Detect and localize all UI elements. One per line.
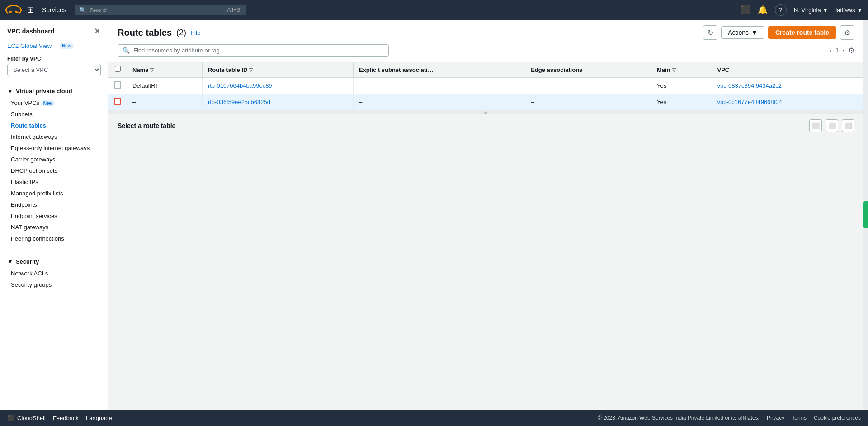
table-row[interactable]: DefaultRT rtb-0107064b4ba99ec89 – – Yes …: [108, 77, 863, 94]
vpc-section-header[interactable]: ▼ Virtual private cloud: [0, 85, 108, 97]
sidebar-item-carrier-gateways[interactable]: Carrier gateways: [0, 154, 108, 165]
services-menu[interactable]: Services: [39, 6, 69, 14]
vpc-section: ▼ Virtual private cloud Your VPCs New Su…: [0, 81, 108, 248]
row1-name: DefaultRT: [127, 77, 203, 94]
panel-view-button-3[interactable]: ⬜: [842, 119, 854, 132]
sidebar-item-your-vpcs[interactable]: Your VPCs New: [0, 97, 108, 109]
header-explicit-subnet: Explicit subnet associati…: [353, 62, 525, 77]
sidebar-item-subnets[interactable]: Subnets: [0, 109, 108, 120]
top-panel: Route tables (2) Info ↻ Actions ▼ Create…: [108, 20, 863, 62]
region-selector[interactable]: N. Virginia ▼: [794, 7, 828, 14]
header-vpc: VPC: [712, 62, 863, 77]
global-search[interactable]: 🔍 [Alt+S]: [75, 5, 246, 15]
sidebar-item-nat-gateways[interactable]: NAT gateways: [0, 222, 108, 233]
panel-resize-handle[interactable]: ≡: [108, 110, 863, 114]
language-button[interactable]: Language: [86, 415, 112, 421]
sidebar-item-security-groups[interactable]: Security groups: [0, 279, 108, 290]
sidebar-item-peering[interactable]: Peering connections: [0, 233, 108, 244]
refresh-button[interactable]: ↻: [703, 25, 717, 40]
column-settings-button[interactable]: ⚙: [848, 46, 854, 55]
cloudshell-button[interactable]: ⬛ CloudShell: [7, 415, 46, 421]
resource-search-wrapper[interactable]: 🔍: [118, 44, 389, 57]
row2-explicit-subnet: –: [353, 94, 525, 110]
row1-id[interactable]: rtb-0107064b4ba99ec89: [202, 77, 353, 94]
header-edge-associations: Edge associations: [525, 62, 651, 77]
pagination-next-button[interactable]: ›: [840, 46, 846, 55]
pagination-row: ‹ 1 › ⚙: [828, 46, 854, 55]
row1-vpc[interactable]: vpc-0837c394f9434a2c2: [712, 77, 863, 94]
filter-vpc-select[interactable]: Select a VPC: [7, 64, 101, 76]
cookie-preferences-link[interactable]: Cookie preferences: [814, 415, 861, 421]
actions-button[interactable]: Actions ▼: [721, 26, 764, 39]
table-header-row: Name ▽ Route table ID ▽ Explicit subnet …: [108, 62, 863, 77]
row1-checkbox[interactable]: [114, 81, 121, 89]
row2-checkbox[interactable]: [114, 98, 121, 105]
ec2-global-view-link[interactable]: EC2 Global View ↗ New: [0, 41, 108, 53]
select-all-checkbox[interactable]: [115, 66, 121, 72]
cloudshell-icon[interactable]: ⬛: [741, 5, 750, 15]
page-title-row: Route tables (2) Info: [118, 28, 201, 38]
sidebar-item-elastic-ips[interactable]: Elastic IPs: [0, 176, 108, 188]
settings-icon-button[interactable]: ⚙: [840, 25, 854, 40]
row2-id[interactable]: rtb-036f59ee25cb6825d: [202, 94, 353, 110]
sidebar-item-egress-only[interactable]: Egress-only internet gateways: [0, 142, 108, 154]
header-search-row: 🔍 ‹ 1 › ⚙: [118, 44, 854, 57]
sidebar-title: VPC dashboard: [7, 28, 54, 35]
sidebar-item-endpoints[interactable]: Endpoints: [0, 199, 108, 210]
bottom-panel-title: Select a route table: [118, 122, 175, 129]
row1-explicit-subnet: –: [353, 77, 525, 94]
row2-main: Yes: [651, 94, 712, 110]
resource-search-input[interactable]: [133, 47, 384, 54]
copyright-text: © 2023, Amazon Web Services India Privat…: [598, 415, 760, 421]
header-select-all[interactable]: [108, 62, 127, 77]
sidebar-close-button[interactable]: ✕: [94, 26, 101, 36]
sidebar-item-endpoint-services[interactable]: Endpoint services: [0, 210, 108, 222]
right-scrollbar: [863, 20, 868, 410]
terms-link[interactable]: Terms: [792, 415, 807, 421]
bottom-panel: Select a route table ⬜ ⬜ ⬜: [108, 114, 863, 410]
panel-view-button-1[interactable]: ⬜: [809, 119, 822, 132]
privacy-link[interactable]: Privacy: [767, 415, 784, 421]
feedback-button[interactable]: Feedback: [53, 415, 79, 421]
route-tables-table-container: Name ▽ Route table ID ▽ Explicit subnet …: [108, 62, 863, 110]
ec2-global-new-badge: New: [60, 43, 74, 49]
vpc-section-label: Virtual private cloud: [16, 88, 72, 95]
footer-links: © 2023, Amazon Web Services India Privat…: [598, 415, 861, 421]
sidebar-item-dhcp[interactable]: DHCP option sets: [0, 165, 108, 176]
row2-name: –: [127, 94, 203, 110]
feedback-tab[interactable]: [863, 201, 868, 228]
header-main[interactable]: Main ▽: [651, 62, 712, 77]
security-section-header[interactable]: ▼ Security: [0, 256, 108, 268]
sidebar-item-managed-prefix[interactable]: Managed prefix lists: [0, 188, 108, 199]
table-row[interactable]: – rtb-036f59ee25cb6825d – – Yes vpc-0c16…: [108, 94, 863, 110]
security-section-label: Security: [16, 258, 39, 265]
bottom-bar: ⬛ CloudShell Feedback Language © 2023, A…: [0, 410, 868, 426]
row1-checkbox-cell[interactable]: [108, 77, 127, 94]
row2-vpc[interactable]: vpc-0c1677e4849668f04: [712, 94, 863, 110]
aws-logo[interactable]: [5, 2, 22, 18]
pagination-prev-button[interactable]: ‹: [828, 46, 834, 55]
row1-main: Yes: [651, 77, 712, 94]
sidebar-item-network-acls[interactable]: Network ACLs: [0, 268, 108, 279]
row1-edge-associations: –: [525, 77, 651, 94]
user-menu[interactable]: latifaws ▼: [835, 7, 863, 14]
route-tables-count: (2): [176, 28, 186, 38]
sidebar-item-route-tables[interactable]: Route tables: [0, 120, 108, 131]
header-name[interactable]: Name ▽: [127, 62, 203, 77]
top-navigation: ⊞ Services 🔍 [Alt+S] ⬛ 🔔 ? N. Virginia ▼…: [0, 0, 868, 20]
actions-arrow-icon: ▼: [751, 29, 758, 36]
panel-view-icons: ⬜ ⬜ ⬜: [809, 119, 854, 132]
pagination-current: 1: [835, 47, 839, 54]
notifications-icon[interactable]: 🔔: [758, 5, 768, 15]
panel-view-button-2[interactable]: ⬜: [826, 119, 838, 132]
help-icon[interactable]: ?: [775, 4, 787, 16]
search-input[interactable]: [90, 7, 222, 14]
apps-icon[interactable]: ⊞: [27, 5, 34, 15]
content-area: Route tables (2) Info ↻ Actions ▼ Create…: [108, 20, 863, 410]
row2-checkbox-cell[interactable]: [108, 94, 127, 110]
sidebar-item-internet-gateways[interactable]: Internet gateways: [0, 131, 108, 142]
create-route-table-button[interactable]: Create route table: [768, 26, 836, 39]
header-route-table-id[interactable]: Route table ID ▽: [202, 62, 353, 77]
search-icon: 🔍: [79, 7, 86, 14]
info-link[interactable]: Info: [191, 29, 201, 36]
